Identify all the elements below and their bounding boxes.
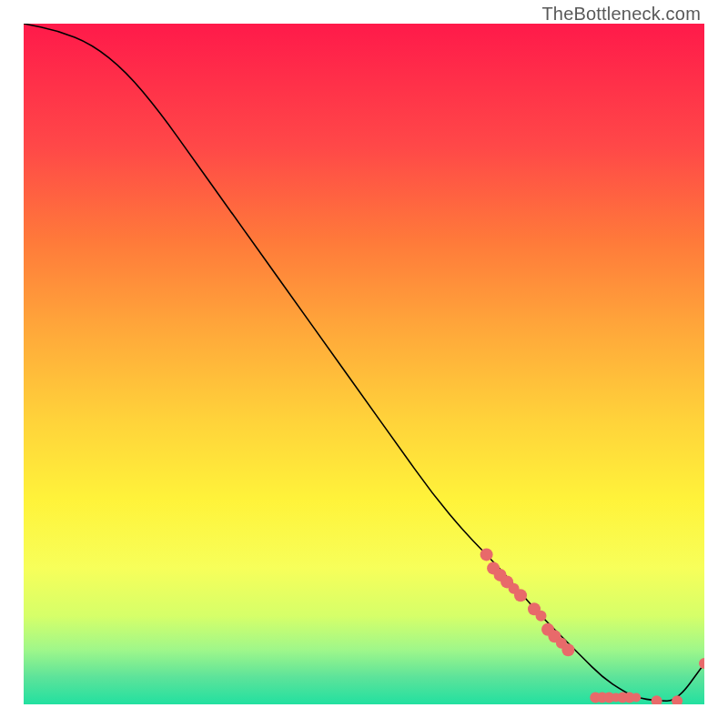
highlight-dot [652, 695, 662, 704]
highlight-dot [699, 658, 704, 669]
chart-frame: TheBottleneck.com [0, 0, 728, 728]
highlight-dot [480, 548, 493, 561]
highlight-dot [632, 693, 641, 703]
bottleneck-curve-path [24, 24, 704, 701]
plot-area [24, 24, 704, 704]
chart-svg [24, 24, 704, 704]
highlight-dot [672, 695, 682, 704]
highlight-dot [536, 611, 547, 622]
highlight-dot [561, 643, 574, 656]
highlight-dot [514, 589, 527, 602]
highlighted-points-group [480, 548, 704, 704]
watermark-text: TheBottleneck.com [541, 4, 701, 25]
